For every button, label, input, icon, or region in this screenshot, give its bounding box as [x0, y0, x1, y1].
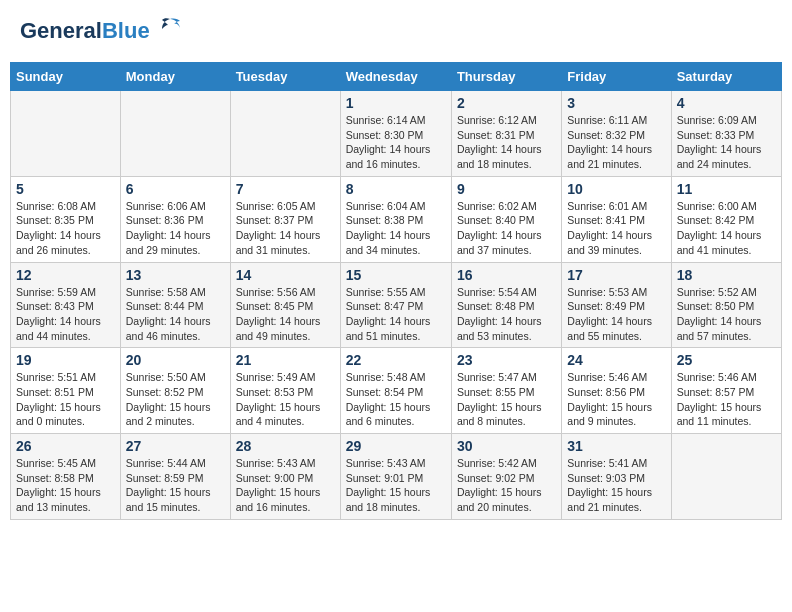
day-info: Sunrise: 5:51 AM Sunset: 8:51 PM Dayligh… [16, 370, 115, 429]
day-number: 1 [346, 95, 446, 111]
day-number: 16 [457, 267, 556, 283]
page-header: GeneralBlue [10, 10, 782, 52]
logo-bird-icon [156, 15, 184, 43]
col-header-tuesday: Tuesday [230, 63, 340, 91]
day-info: Sunrise: 5:46 AM Sunset: 8:57 PM Dayligh… [677, 370, 776, 429]
day-number: 21 [236, 352, 335, 368]
day-info: Sunrise: 5:55 AM Sunset: 8:47 PM Dayligh… [346, 285, 446, 344]
day-number: 29 [346, 438, 446, 454]
calendar-cell: 2Sunrise: 6:12 AM Sunset: 8:31 PM Daylig… [451, 91, 561, 177]
calendar-cell: 11Sunrise: 6:00 AM Sunset: 8:42 PM Dayli… [671, 176, 781, 262]
calendar-cell [120, 91, 230, 177]
calendar-cell [11, 91, 121, 177]
calendar-cell: 28Sunrise: 5:43 AM Sunset: 9:00 PM Dayli… [230, 434, 340, 520]
col-header-monday: Monday [120, 63, 230, 91]
calendar-cell: 18Sunrise: 5:52 AM Sunset: 8:50 PM Dayli… [671, 262, 781, 348]
day-number: 28 [236, 438, 335, 454]
day-number: 4 [677, 95, 776, 111]
calendar-cell: 1Sunrise: 6:14 AM Sunset: 8:30 PM Daylig… [340, 91, 451, 177]
col-header-thursday: Thursday [451, 63, 561, 91]
day-number: 25 [677, 352, 776, 368]
day-number: 10 [567, 181, 665, 197]
calendar-cell [230, 91, 340, 177]
day-number: 9 [457, 181, 556, 197]
calendar-cell: 24Sunrise: 5:46 AM Sunset: 8:56 PM Dayli… [562, 348, 671, 434]
day-info: Sunrise: 5:45 AM Sunset: 8:58 PM Dayligh… [16, 456, 115, 515]
day-info: Sunrise: 5:43 AM Sunset: 9:01 PM Dayligh… [346, 456, 446, 515]
calendar-cell: 20Sunrise: 5:50 AM Sunset: 8:52 PM Dayli… [120, 348, 230, 434]
day-info: Sunrise: 5:41 AM Sunset: 9:03 PM Dayligh… [567, 456, 665, 515]
day-number: 8 [346, 181, 446, 197]
day-info: Sunrise: 6:06 AM Sunset: 8:36 PM Dayligh… [126, 199, 225, 258]
day-number: 5 [16, 181, 115, 197]
day-info: Sunrise: 6:09 AM Sunset: 8:33 PM Dayligh… [677, 113, 776, 172]
calendar-cell: 13Sunrise: 5:58 AM Sunset: 8:44 PM Dayli… [120, 262, 230, 348]
day-number: 22 [346, 352, 446, 368]
day-number: 12 [16, 267, 115, 283]
day-info: Sunrise: 5:47 AM Sunset: 8:55 PM Dayligh… [457, 370, 556, 429]
calendar-cell: 31Sunrise: 5:41 AM Sunset: 9:03 PM Dayli… [562, 434, 671, 520]
day-number: 15 [346, 267, 446, 283]
day-info: Sunrise: 6:14 AM Sunset: 8:30 PM Dayligh… [346, 113, 446, 172]
day-number: 13 [126, 267, 225, 283]
day-info: Sunrise: 5:43 AM Sunset: 9:00 PM Dayligh… [236, 456, 335, 515]
calendar-cell: 26Sunrise: 5:45 AM Sunset: 8:58 PM Dayli… [11, 434, 121, 520]
day-info: Sunrise: 5:49 AM Sunset: 8:53 PM Dayligh… [236, 370, 335, 429]
calendar-cell: 6Sunrise: 6:06 AM Sunset: 8:36 PM Daylig… [120, 176, 230, 262]
calendar-cell [671, 434, 781, 520]
calendar-cell: 23Sunrise: 5:47 AM Sunset: 8:55 PM Dayli… [451, 348, 561, 434]
col-header-saturday: Saturday [671, 63, 781, 91]
calendar-cell: 30Sunrise: 5:42 AM Sunset: 9:02 PM Dayli… [451, 434, 561, 520]
calendar-cell: 16Sunrise: 5:54 AM Sunset: 8:48 PM Dayli… [451, 262, 561, 348]
day-info: Sunrise: 5:44 AM Sunset: 8:59 PM Dayligh… [126, 456, 225, 515]
logo-general: General [20, 18, 102, 43]
calendar-cell: 3Sunrise: 6:11 AM Sunset: 8:32 PM Daylig… [562, 91, 671, 177]
calendar-cell: 14Sunrise: 5:56 AM Sunset: 8:45 PM Dayli… [230, 262, 340, 348]
day-number: 3 [567, 95, 665, 111]
calendar-cell: 19Sunrise: 5:51 AM Sunset: 8:51 PM Dayli… [11, 348, 121, 434]
day-info: Sunrise: 5:48 AM Sunset: 8:54 PM Dayligh… [346, 370, 446, 429]
col-header-wednesday: Wednesday [340, 63, 451, 91]
day-info: Sunrise: 5:46 AM Sunset: 8:56 PM Dayligh… [567, 370, 665, 429]
day-number: 27 [126, 438, 225, 454]
day-info: Sunrise: 6:11 AM Sunset: 8:32 PM Dayligh… [567, 113, 665, 172]
day-number: 26 [16, 438, 115, 454]
day-info: Sunrise: 5:58 AM Sunset: 8:44 PM Dayligh… [126, 285, 225, 344]
day-number: 7 [236, 181, 335, 197]
calendar-cell: 27Sunrise: 5:44 AM Sunset: 8:59 PM Dayli… [120, 434, 230, 520]
calendar-cell: 17Sunrise: 5:53 AM Sunset: 8:49 PM Dayli… [562, 262, 671, 348]
calendar-cell: 9Sunrise: 6:02 AM Sunset: 8:40 PM Daylig… [451, 176, 561, 262]
calendar-cell: 7Sunrise: 6:05 AM Sunset: 8:37 PM Daylig… [230, 176, 340, 262]
day-info: Sunrise: 5:42 AM Sunset: 9:02 PM Dayligh… [457, 456, 556, 515]
day-number: 6 [126, 181, 225, 197]
day-number: 18 [677, 267, 776, 283]
day-number: 17 [567, 267, 665, 283]
day-info: Sunrise: 5:59 AM Sunset: 8:43 PM Dayligh… [16, 285, 115, 344]
calendar-cell: 29Sunrise: 5:43 AM Sunset: 9:01 PM Dayli… [340, 434, 451, 520]
day-number: 2 [457, 95, 556, 111]
calendar-cell: 4Sunrise: 6:09 AM Sunset: 8:33 PM Daylig… [671, 91, 781, 177]
day-info: Sunrise: 5:53 AM Sunset: 8:49 PM Dayligh… [567, 285, 665, 344]
day-info: Sunrise: 6:04 AM Sunset: 8:38 PM Dayligh… [346, 199, 446, 258]
calendar-cell: 21Sunrise: 5:49 AM Sunset: 8:53 PM Dayli… [230, 348, 340, 434]
day-info: Sunrise: 6:12 AM Sunset: 8:31 PM Dayligh… [457, 113, 556, 172]
day-info: Sunrise: 6:08 AM Sunset: 8:35 PM Dayligh… [16, 199, 115, 258]
day-info: Sunrise: 6:02 AM Sunset: 8:40 PM Dayligh… [457, 199, 556, 258]
col-header-friday: Friday [562, 63, 671, 91]
day-number: 30 [457, 438, 556, 454]
day-number: 19 [16, 352, 115, 368]
day-info: Sunrise: 5:56 AM Sunset: 8:45 PM Dayligh… [236, 285, 335, 344]
logo: GeneralBlue [20, 15, 184, 47]
day-number: 23 [457, 352, 556, 368]
day-info: Sunrise: 6:05 AM Sunset: 8:37 PM Dayligh… [236, 199, 335, 258]
calendar-cell: 5Sunrise: 6:08 AM Sunset: 8:35 PM Daylig… [11, 176, 121, 262]
day-number: 11 [677, 181, 776, 197]
calendar-cell: 8Sunrise: 6:04 AM Sunset: 8:38 PM Daylig… [340, 176, 451, 262]
day-number: 24 [567, 352, 665, 368]
calendar-cell: 22Sunrise: 5:48 AM Sunset: 8:54 PM Dayli… [340, 348, 451, 434]
col-header-sunday: Sunday [11, 63, 121, 91]
day-info: Sunrise: 5:54 AM Sunset: 8:48 PM Dayligh… [457, 285, 556, 344]
calendar-cell: 25Sunrise: 5:46 AM Sunset: 8:57 PM Dayli… [671, 348, 781, 434]
calendar-cell: 12Sunrise: 5:59 AM Sunset: 8:43 PM Dayli… [11, 262, 121, 348]
logo-blue: Blue [102, 18, 150, 43]
